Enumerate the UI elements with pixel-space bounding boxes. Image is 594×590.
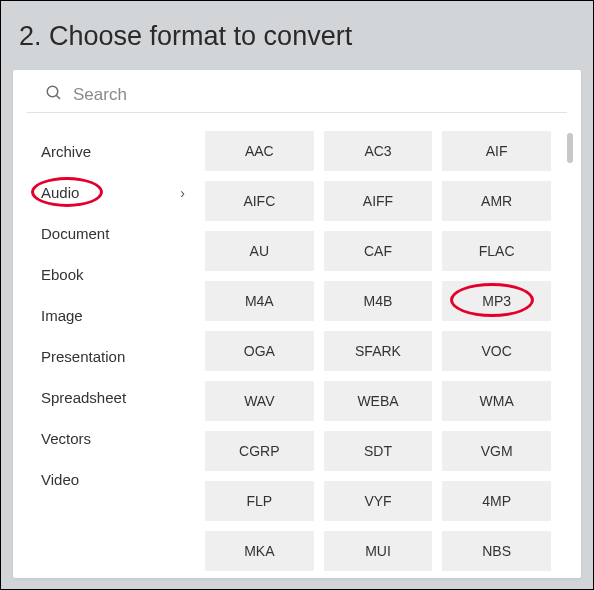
format-amr[interactable]: AMR (442, 181, 551, 221)
format-panel: ArchiveAudio›DocumentEbookImagePresentat… (13, 70, 581, 578)
sidebar-item-label: Audio (41, 184, 79, 201)
format-4mp[interactable]: 4MP (442, 481, 551, 521)
format-grid: AACAC3AIFAIFCAIFFAMRAUCAFFLACM4AM4BMP3OG… (195, 131, 573, 573)
panel-body: ArchiveAudio›DocumentEbookImagePresentat… (13, 113, 581, 573)
sidebar-item-label: Document (41, 225, 109, 242)
format-nbs[interactable]: NBS (442, 531, 551, 571)
format-vyf[interactable]: VYF (324, 481, 433, 521)
sidebar-item-label: Video (41, 471, 79, 488)
sidebar-item-label: Archive (41, 143, 91, 160)
format-flp[interactable]: FLP (205, 481, 314, 521)
format-mka[interactable]: MKA (205, 531, 314, 571)
format-oga[interactable]: OGA (205, 331, 314, 371)
svg-point-0 (47, 86, 58, 97)
format-cgrp[interactable]: CGRP (205, 431, 314, 471)
format-aac[interactable]: AAC (205, 131, 314, 171)
format-weba[interactable]: WEBA (324, 381, 433, 421)
sidebar-item-video[interactable]: Video (27, 459, 195, 500)
category-sidebar: ArchiveAudio›DocumentEbookImagePresentat… (27, 131, 195, 573)
sidebar-item-label: Vectors (41, 430, 91, 447)
sidebar-item-presentation[interactable]: Presentation (27, 336, 195, 377)
format-mui[interactable]: MUI (324, 531, 433, 571)
format-aiff[interactable]: AIFF (324, 181, 433, 221)
format-flac[interactable]: FLAC (442, 231, 551, 271)
sidebar-item-label: Ebook (41, 266, 84, 283)
sidebar-item-ebook[interactable]: Ebook (27, 254, 195, 295)
sidebar-item-label: Image (41, 307, 83, 324)
svg-line-1 (56, 95, 60, 99)
scrollbar[interactable] (567, 133, 573, 553)
format-wav[interactable]: WAV (205, 381, 314, 421)
step-header: 2. Choose format to convert (1, 1, 593, 70)
format-m4b[interactable]: M4B (324, 281, 433, 321)
sidebar-item-image[interactable]: Image (27, 295, 195, 336)
format-vgm[interactable]: VGM (442, 431, 551, 471)
sidebar-item-label: Presentation (41, 348, 125, 365)
chevron-right-icon: › (180, 185, 185, 201)
sidebar-item-label: Spreadsheet (41, 389, 126, 406)
annotation-circle-mp3 (450, 283, 534, 317)
format-au[interactable]: AU (205, 231, 314, 271)
sidebar-item-document[interactable]: Document (27, 213, 195, 254)
sidebar-item-audio[interactable]: Audio› (27, 172, 195, 213)
format-m4a[interactable]: M4A (205, 281, 314, 321)
format-ac3[interactable]: AC3 (324, 131, 433, 171)
scrollbar-thumb[interactable] (567, 133, 573, 163)
format-aifc[interactable]: AIFC (205, 181, 314, 221)
format-caf[interactable]: CAF (324, 231, 433, 271)
format-sfark[interactable]: SFARK (324, 331, 433, 371)
format-aif[interactable]: AIF (442, 131, 551, 171)
format-voc[interactable]: VOC (442, 331, 551, 371)
sidebar-item-spreadsheet[interactable]: Spreadsheet (27, 377, 195, 418)
format-sdt[interactable]: SDT (324, 431, 433, 471)
search-input[interactable] (73, 85, 549, 105)
search-icon (45, 84, 73, 106)
page-title: 2. Choose format to convert (19, 21, 575, 52)
sidebar-item-archive[interactable]: Archive (27, 131, 195, 172)
format-mp3[interactable]: MP3 (442, 281, 551, 321)
format-wma[interactable]: WMA (442, 381, 551, 421)
search-row (27, 70, 567, 113)
sidebar-item-vectors[interactable]: Vectors (27, 418, 195, 459)
